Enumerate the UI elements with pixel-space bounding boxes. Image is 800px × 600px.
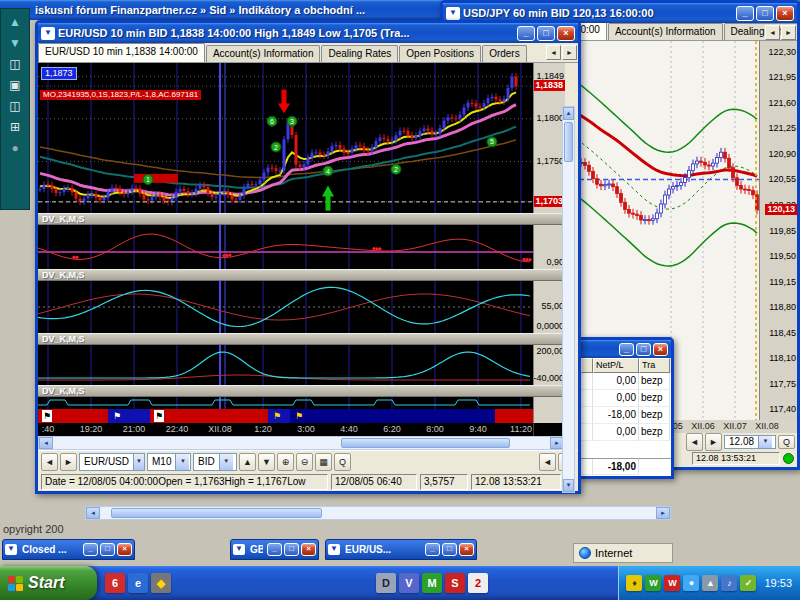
tray-icon-5[interactable]: ♪	[721, 575, 737, 591]
positions-window-titlebar[interactable]: _ □ ×	[581, 340, 671, 358]
price-pane[interactable]: 1263425 1,18491,18381,18001,17501,1703 1…	[38, 63, 565, 213]
taskbar-icon-2[interactable]: M	[422, 573, 442, 593]
column-header-NetP/L[interactable]: NetP/L	[593, 358, 639, 373]
tab-scroll-left-icon[interactable]: ◄	[546, 45, 561, 60]
close-button[interactable]: ×	[459, 543, 474, 556]
minimize-button[interactable]: _	[267, 543, 282, 556]
main-tab-2[interactable]: Dealing Rates	[321, 45, 398, 62]
tray-icon-3[interactable]: ●	[683, 575, 699, 591]
left-toolbar-icon-1[interactable]: ▼	[5, 34, 25, 52]
main-tab-0[interactable]: EUR/USD 10 min 1,1838 14:00:00	[38, 43, 205, 62]
minimized-window-1[interactable]: ▼GBP/U..._□×	[230, 539, 319, 560]
close-button[interactable]: ×	[117, 543, 132, 556]
minimize-button[interactable]: _	[619, 343, 634, 356]
chart-horizontal-scrollbar[interactable]: ◄ ►	[38, 436, 565, 450]
toolbar-icon-2[interactable]: ⊕	[277, 453, 294, 471]
positions-window[interactable]: _ □ × NetP/LTra 0,00bezp0,00bezp-18,00be…	[578, 337, 674, 479]
symbol-combo[interactable]: EUR/USD ▼	[79, 453, 145, 471]
close-button[interactable]: ×	[776, 6, 794, 21]
tray-icon-4[interactable]: ▲	[702, 575, 718, 591]
restore-button[interactable]: □	[442, 543, 457, 556]
close-button[interactable]: ×	[557, 26, 575, 41]
tab-scroll-right-icon[interactable]: ►	[562, 45, 577, 60]
left-toolbar-icon-3[interactable]: ▣	[5, 76, 25, 94]
quick-launch-icon-2[interactable]: ◆	[151, 573, 171, 593]
background-horizontal-scrollbar[interactable]: ◄ ►	[85, 506, 671, 520]
left-toolbar-icon-2[interactable]: ◫	[5, 55, 25, 73]
maximize-button[interactable]: □	[537, 26, 555, 41]
indicator-pane-1[interactable]: 0,90	[38, 225, 565, 269]
price-type-combo[interactable]: BID ▼	[193, 453, 237, 471]
chart-back-button[interactable]: ◄	[41, 453, 58, 471]
indicator-pane-3[interactable]: 200,00-40,000	[38, 345, 565, 385]
scrollbar-track[interactable]	[53, 437, 550, 449]
indicator-chart-2[interactable]	[38, 281, 533, 333]
minimize-button[interactable]: _	[517, 26, 535, 41]
minimize-button[interactable]: _	[736, 6, 754, 21]
main-tab-3[interactable]: Open Positions	[399, 45, 481, 62]
period-combo[interactable]: M10 ▼	[147, 453, 191, 471]
column-header-Tra[interactable]: Tra	[639, 358, 670, 373]
scroll-left-icon[interactable]: ◄	[39, 437, 53, 449]
scrollbar-thumb[interactable]	[111, 508, 322, 518]
scroll-up-icon[interactable]: ▲	[563, 107, 574, 120]
left-toolbar-icon-4[interactable]: ◫	[5, 97, 25, 115]
left-toolbar-icon-0[interactable]: ▲	[5, 13, 25, 31]
indicator-pane-2[interactable]: 55,000,0000	[38, 281, 565, 333]
close-button[interactable]: ×	[653, 343, 668, 356]
date-combo[interactable]: 12.08 ▼	[724, 435, 776, 449]
chart-forward-button[interactable]: ►	[60, 453, 77, 471]
scroll-right-icon[interactable]: ►	[656, 507, 670, 519]
right-tab-1[interactable]: Account(s) Information	[608, 23, 723, 40]
table-row[interactable]: 0,00bezp	[581, 424, 671, 441]
scrollbar-thumb[interactable]	[564, 122, 573, 162]
tray-icon-6[interactable]: ✓	[740, 575, 756, 591]
tray-icon-2[interactable]: W	[664, 575, 680, 591]
maximize-button[interactable]: □	[756, 6, 774, 21]
taskbar-icon-4[interactable]: 2	[468, 573, 488, 593]
maximize-button[interactable]: □	[636, 343, 651, 356]
chart-prev-button[interactable]: ◄	[539, 453, 556, 471]
chart-vertical-scrollbar[interactable]: ▲ ▼	[562, 106, 575, 493]
pane-splitter[interactable]: DV_K,M,S	[38, 385, 565, 397]
taskbar-icon-1[interactable]: V	[399, 573, 419, 593]
eurusd-price-chart[interactable]: 1263425	[38, 63, 533, 213]
restore-button[interactable]: □	[100, 543, 115, 556]
left-toolbar-icon-6[interactable]: ●	[5, 139, 25, 157]
indicator-chart-1[interactable]	[38, 225, 533, 269]
left-toolbar-icon-5[interactable]: ⊞	[5, 118, 25, 136]
minimize-button[interactable]: _	[425, 543, 440, 556]
pane-splitter[interactable]: DV_K,M,S	[38, 333, 565, 345]
indicator-pane-4[interactable]	[38, 397, 565, 409]
minimize-button[interactable]: _	[83, 543, 98, 556]
toolbar-icon-0[interactable]: ▲	[239, 453, 256, 471]
pane-splitter[interactable]: DV_K,M,S	[38, 269, 565, 281]
restore-button[interactable]: □	[284, 543, 299, 556]
toolbar-icon-1[interactable]: ▼	[258, 453, 275, 471]
toolbar-icon-3[interactable]: ⊖	[296, 453, 313, 471]
table-row[interactable]: 0,00bezp	[581, 373, 671, 390]
start-button[interactable]: Start	[0, 566, 97, 600]
scroll-down-icon[interactable]: ▼	[563, 479, 574, 492]
main-tab-1[interactable]: Account(s) Information	[206, 45, 321, 62]
tab-scroll-left-icon[interactable]: ◄	[765, 25, 780, 40]
quick-launch-icon-1[interactable]: e	[128, 573, 148, 593]
minimized-window-0[interactable]: ▼Closed ..._□×	[2, 539, 135, 560]
toolbar-icon-5[interactable]: Q	[334, 453, 351, 471]
main-tab-4[interactable]: Orders	[482, 45, 527, 62]
indicator-chart-3[interactable]	[38, 345, 533, 385]
eurusd-window-titlebar[interactable]: ▼ EUR/USD 10 min BID 1,1838 14:00:00 Hig…	[38, 23, 578, 43]
chart-forward-button[interactable]: ►	[705, 433, 722, 451]
eurusd-chart-window[interactable]: ▼ EUR/USD 10 min BID 1,1838 14:00:00 Hig…	[35, 20, 581, 494]
quote-button[interactable]: Q	[778, 435, 795, 449]
scrollbar-track[interactable]	[100, 507, 656, 519]
tab-scroll-right-icon[interactable]: ►	[781, 25, 796, 40]
toolbar-icon-4[interactable]: ▦	[315, 453, 332, 471]
quick-launch-icon-0[interactable]: 6	[105, 573, 125, 593]
table-row[interactable]: 0,00bezp	[581, 390, 671, 407]
tray-icon-0[interactable]: ♦	[626, 575, 642, 591]
chart-back-button[interactable]: ◄	[686, 433, 703, 451]
indicator-chart-4[interactable]	[38, 397, 533, 409]
table-row[interactable]: -18,00bezp	[581, 407, 671, 424]
close-button[interactable]: ×	[301, 543, 316, 556]
